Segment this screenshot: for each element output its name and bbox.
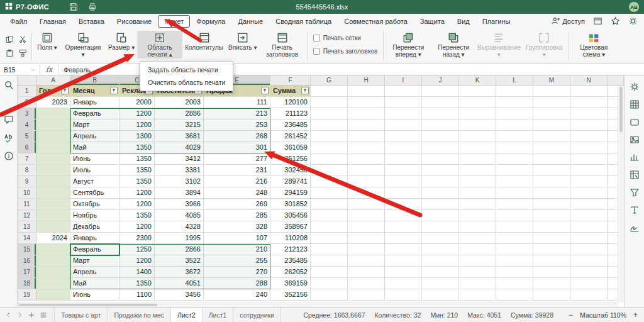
- menu-tab-11[interactable]: Плагины: [476, 15, 517, 28]
- cell-I17[interactable]: [385, 267, 422, 278]
- cell-F12[interactable]: 305456: [270, 210, 311, 221]
- cell-K14[interactable]: [459, 233, 496, 244]
- cell-H3[interactable]: [348, 108, 385, 119]
- cell-M11[interactable]: [533, 199, 570, 210]
- cell-I11[interactable]: [385, 199, 422, 210]
- cell-N13[interactable]: [570, 221, 608, 233]
- cell-M9[interactable]: [533, 176, 570, 187]
- cell-N11[interactable]: [570, 199, 608, 210]
- cell-L6[interactable]: [496, 142, 533, 153]
- cell-B11[interactable]: Октябрь: [70, 199, 119, 210]
- row-header-17[interactable]: 17: [18, 267, 36, 278]
- avatar[interactable]: АВ: [629, 2, 639, 12]
- column-header-B[interactable]: B: [70, 75, 119, 86]
- row-header-1[interactable]: 1: [18, 86, 36, 97]
- cell-H15[interactable]: [348, 244, 385, 255]
- cell-D14[interactable]: 1995: [155, 233, 204, 244]
- search-icon[interactable]: [4, 80, 14, 90]
- cell-F10[interactable]: 294159: [270, 187, 311, 199]
- cell-H7[interactable]: [348, 153, 385, 165]
- menu-tab-2[interactable]: Вставка: [72, 15, 111, 28]
- zoom-level[interactable]: Масштаб 110%: [580, 311, 626, 319]
- comments-icon[interactable]: [4, 114, 14, 125]
- cell-G15[interactable]: [311, 244, 348, 255]
- cell-L1[interactable]: [496, 86, 533, 97]
- cell-G13[interactable]: [311, 221, 348, 233]
- row-header-6[interactable]: 6: [18, 142, 36, 153]
- cell-K3[interactable]: [459, 108, 496, 119]
- row-header-3[interactable]: 3: [18, 108, 36, 119]
- cell-N19[interactable]: [570, 289, 608, 301]
- cell-H10[interactable]: [348, 187, 385, 199]
- cell-C13[interactable]: 1200: [119, 221, 155, 233]
- cell-G2[interactable]: [311, 97, 348, 108]
- cell-D2[interactable]: 2003: [155, 97, 204, 108]
- cell-D8[interactable]: 3381: [155, 165, 204, 176]
- cell-D4[interactable]: 3215: [155, 119, 204, 131]
- row-header-7[interactable]: 7: [18, 153, 36, 165]
- cell-M10[interactable]: [533, 187, 570, 199]
- cell-L3[interactable]: [496, 108, 533, 119]
- cell-I18[interactable]: [385, 278, 422, 289]
- cell-B10[interactable]: Сентябрь: [70, 187, 119, 199]
- cell-settings-icon[interactable]: [630, 82, 640, 92]
- cell-L16[interactable]: [496, 255, 533, 267]
- save-icon[interactable]: [69, 3, 78, 11]
- row-header-19[interactable]: 19: [18, 289, 36, 301]
- cell-B9[interactable]: Август: [70, 176, 119, 187]
- sheet-tab-3[interactable]: Лист1: [203, 308, 234, 322]
- cell-M17[interactable]: [533, 267, 570, 278]
- cell-A15[interactable]: [36, 244, 70, 255]
- print-headings-checkbox[interactable]: Печать заголовков: [313, 48, 378, 55]
- cell-G6[interactable]: [311, 142, 348, 153]
- cell-A1[interactable]: Год: [36, 86, 70, 97]
- cell-N17[interactable]: [570, 267, 608, 278]
- select-all-corner[interactable]: [18, 75, 36, 86]
- cell-B8[interactable]: Июль: [70, 165, 119, 176]
- cell-D7[interactable]: 3412: [155, 153, 204, 165]
- cut-icon[interactable]: [16, 33, 29, 46]
- cell-E11[interactable]: 269: [204, 199, 270, 210]
- cell-L17[interactable]: [496, 267, 533, 278]
- cell-N14[interactable]: [570, 233, 608, 244]
- toolbar-button-margins[interactable]: Поля ▾: [34, 31, 60, 52]
- menu-tab-3[interactable]: Рисование: [111, 15, 158, 28]
- cell-M1[interactable]: [533, 86, 570, 97]
- column-header-H[interactable]: H: [348, 75, 385, 86]
- cell-G12[interactable]: [311, 210, 348, 221]
- cell-N4[interactable]: [570, 119, 608, 131]
- cell-H6[interactable]: [348, 142, 385, 153]
- cell-L8[interactable]: [496, 165, 533, 176]
- cell-E4[interactable]: 253: [204, 119, 270, 131]
- cell-L13[interactable]: [496, 221, 533, 233]
- menu-tab-7[interactable]: Сводная таблица: [269, 15, 338, 28]
- cell-J15[interactable]: [422, 244, 459, 255]
- cell-I3[interactable]: [385, 108, 422, 119]
- cell-N10[interactable]: [570, 187, 608, 199]
- cell-J14[interactable]: [422, 233, 459, 244]
- previous-sheet-icon[interactable]: [5, 311, 12, 318]
- cell-I12[interactable]: [385, 210, 422, 221]
- cell-B17[interactable]: Апрель: [70, 267, 119, 278]
- cell-J10[interactable]: [422, 187, 459, 199]
- column-header-F[interactable]: F: [270, 75, 311, 86]
- cell-N2[interactable]: [570, 97, 608, 108]
- cell-E18[interactable]: 288: [204, 278, 270, 289]
- cell-J18[interactable]: [422, 278, 459, 289]
- cell-D16[interactable]: 3522: [155, 255, 204, 267]
- cell-B16[interactable]: Март: [70, 255, 119, 267]
- row-header-11[interactable]: 11: [18, 199, 36, 210]
- cell-C11[interactable]: 1200: [119, 199, 155, 210]
- cell-F13[interactable]: 358967: [270, 221, 311, 233]
- cell-M12[interactable]: [533, 210, 570, 221]
- cell-I10[interactable]: [385, 187, 422, 199]
- cell-E8[interactable]: 231: [204, 165, 270, 176]
- cell-A8[interactable]: [36, 165, 70, 176]
- cell-L19[interactable]: [496, 289, 533, 301]
- sheet-tab-2[interactable]: Лист2: [171, 308, 203, 322]
- cell-L7[interactable]: [496, 153, 533, 165]
- print-icon[interactable]: [88, 3, 97, 11]
- cell-L18[interactable]: [496, 278, 533, 289]
- cell-F5[interactable]: 261452: [270, 131, 311, 142]
- cell-N1[interactable]: [570, 86, 608, 97]
